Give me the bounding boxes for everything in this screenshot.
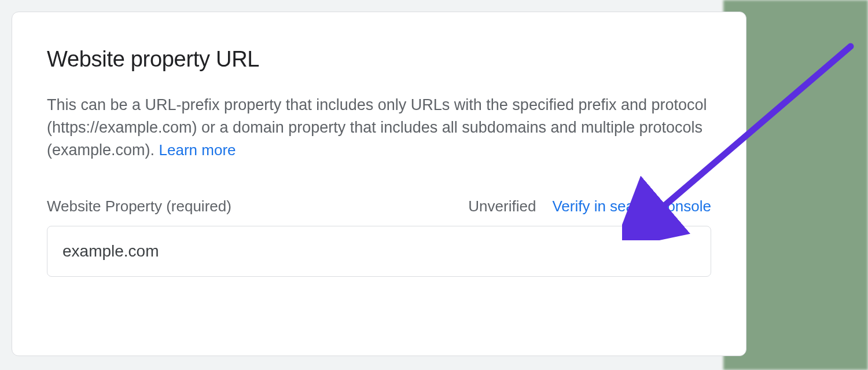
website-property-label: Website Property (required) [47,197,231,215]
field-status-group: Unverified Verify in search console [468,197,711,215]
learn-more-link[interactable]: Learn more [159,141,236,159]
website-property-card: Website property URL This can be a URL-p… [12,12,746,356]
verification-status: Unverified [468,197,536,215]
card-title: Website property URL [47,47,711,72]
website-property-input[interactable] [47,226,711,277]
verify-in-search-console-link[interactable]: Verify in search console [552,197,711,215]
card-description: This can be a URL-prefix property that i… [47,94,711,162]
field-label-row: Website Property (required) Unverified V… [47,197,711,215]
description-text: This can be a URL-prefix property that i… [47,96,707,159]
